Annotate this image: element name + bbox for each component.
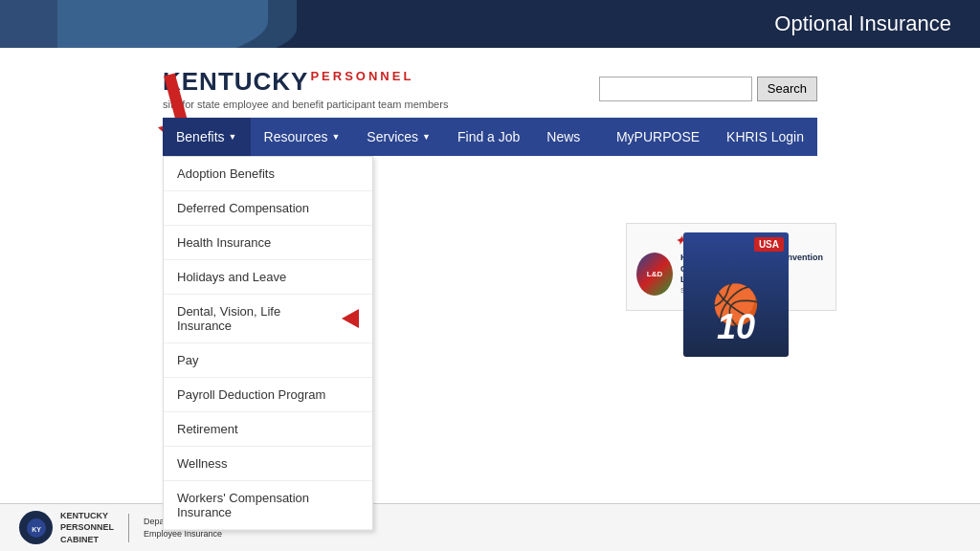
nav-bar: Benefits ▼ Adoption Benefits Deferred Co… <box>163 118 817 156</box>
dropdown-item-deferred[interactable]: Deferred Compensation <box>164 191 372 226</box>
footer-logo-icon: KY <box>19 511 53 544</box>
dropdown-item-workers[interactable]: Workers' Compensation Insurance <box>164 481 372 530</box>
site-header: KENTUCKYPERSONNEL site for state employe… <box>163 57 817 118</box>
nav-right: MyPURPOSE KHRIS Login <box>603 118 817 156</box>
nav-services-caret: ▼ <box>422 132 431 142</box>
nav-left: Benefits ▼ Adoption Benefits Deferred Co… <box>163 118 603 156</box>
top-bar-decoration <box>0 0 402 48</box>
top-bar: Optional Insurance <box>0 0 980 48</box>
dropdown-item-wellness[interactable]: Wellness <box>164 447 372 481</box>
nav-khris-login[interactable]: KHRIS Login <box>713 118 817 156</box>
search-button[interactable]: Search <box>757 77 817 101</box>
event-logo-circle: L&D <box>636 253 673 296</box>
dropdown-item-retirement[interactable]: Retirement <box>164 412 372 447</box>
search-input[interactable] <box>599 77 752 101</box>
logo-personnel: PERSONNEL <box>310 69 413 83</box>
nav-resources-caret: ▼ <box>331 132 340 142</box>
dropdown-item-holidays[interactable]: Holidays and Leave <box>164 260 372 295</box>
benefits-dropdown: Adoption Benefits Deferred Compensation … <box>163 156 373 531</box>
basketball-player-area: USA 🏀 10 <box>683 232 789 357</box>
nav-mypurpose[interactable]: MyPURPOSE <box>603 118 713 156</box>
main-content: KENTUCKYPERSONNEL site for state employe… <box>0 48 980 156</box>
dropdown-item-payroll[interactable]: Payroll Deduction Program <box>164 378 372 412</box>
search-area: Search <box>599 77 817 101</box>
highlight-arrow-icon <box>342 309 359 328</box>
nav-benefits-label: Benefits <box>176 129 225 144</box>
nav-benefits-caret: ▼ <box>229 132 237 142</box>
nav-item-news[interactable]: News <box>533 118 593 156</box>
nav-findajob-label: Find a Job <box>457 129 520 144</box>
nav-item-benefits[interactable]: Benefits ▼ Adoption Benefits Deferred Co… <box>163 118 251 156</box>
footer-logo-text: KENTUCKY PERSONNEL CABINET <box>60 510 114 546</box>
logo-subtitle: site for state employee and benefit part… <box>163 99 448 110</box>
dropdown-item-dental[interactable]: Dental, Vision, Life Insurance <box>164 295 372 343</box>
svg-text:KY: KY <box>32 526 41 533</box>
dropdown-item-health[interactable]: Health Insurance <box>164 226 372 260</box>
footer-logo: KY KENTUCKY PERSONNEL CABINET <box>19 510 114 546</box>
dropdown-item-pay[interactable]: Pay <box>164 343 372 378</box>
logo-title: KENTUCKYPERSONNEL <box>163 67 448 97</box>
nav-item-findajob[interactable]: Find a Job <box>444 118 533 156</box>
jersey-number: 10 <box>717 307 755 347</box>
body-area: Sponsor! Leadership and Diversity with c… <box>0 204 980 503</box>
footer-divider <box>128 514 129 542</box>
nav-resources-label: Resources <box>264 129 328 144</box>
usa-badge: USA <box>754 237 784 252</box>
logo-area: KENTUCKYPERSONNEL site for state employe… <box>163 67 448 110</box>
nav-item-resources[interactable]: Resources ▼ <box>251 118 354 156</box>
nav-news-label: News <box>546 129 580 144</box>
slide-title: Optional Insurance <box>774 11 951 36</box>
ky-seal-icon: KY <box>26 518 47 539</box>
nav-services-label: Services <box>367 129 418 144</box>
footer: KY KENTUCKY PERSONNEL CABINET Department… <box>0 503 980 551</box>
nav-item-services[interactable]: Services ▼ <box>353 118 444 156</box>
logo-kentucky: KENTUCKY <box>163 67 308 96</box>
slide-container: Optional Insurance KENTUCKYPERSONNEL sit… <box>0 0 980 551</box>
dropdown-item-adoption[interactable]: Adoption Benefits <box>164 157 372 191</box>
